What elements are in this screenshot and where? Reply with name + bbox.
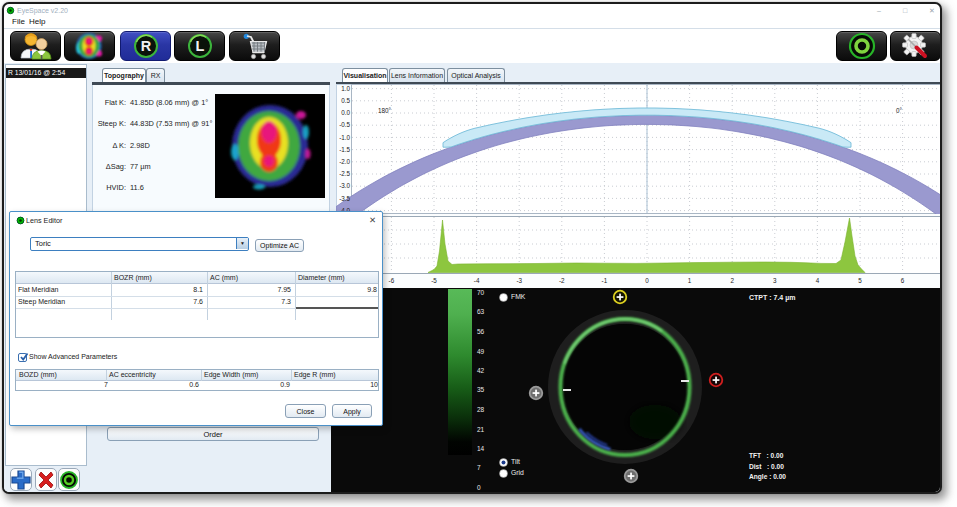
svg-text:-4: -4 [474,277,480,284]
svg-text:1: 1 [688,277,692,284]
svg-text:-3.0: -3.0 [339,182,350,189]
svg-text:4: 4 [816,277,820,284]
svg-text:R: R [140,38,151,54]
svg-text:-3: -3 [516,277,522,284]
svg-text:-0.5: -0.5 [339,121,350,128]
svg-text:-1: -1 [602,277,608,284]
svg-text:3: 3 [773,277,777,284]
svg-text:0°: 0° [896,107,903,114]
svg-text:6: 6 [901,277,905,284]
svg-text:5: 5 [858,277,862,284]
svg-text:0: 0 [645,277,649,284]
svg-text:-2.0: -2.0 [339,158,350,165]
svg-text:-1.5: -1.5 [339,146,350,153]
svg-text:-2: -2 [559,277,565,284]
svg-text:-3.5: -3.5 [339,195,350,202]
svg-text:L: L [195,38,204,54]
svg-text:0.5: 0.5 [341,97,350,104]
svg-text:-5: -5 [431,277,437,284]
svg-text:180°: 180° [378,107,392,114]
svg-text:1.0: 1.0 [341,85,350,92]
svg-text:-6: -6 [389,277,395,284]
svg-text:2: 2 [730,277,734,284]
svg-text:-2.5: -2.5 [339,170,350,177]
svg-text:0.0: 0.0 [341,109,350,116]
svg-text:-1.0: -1.0 [339,134,350,141]
